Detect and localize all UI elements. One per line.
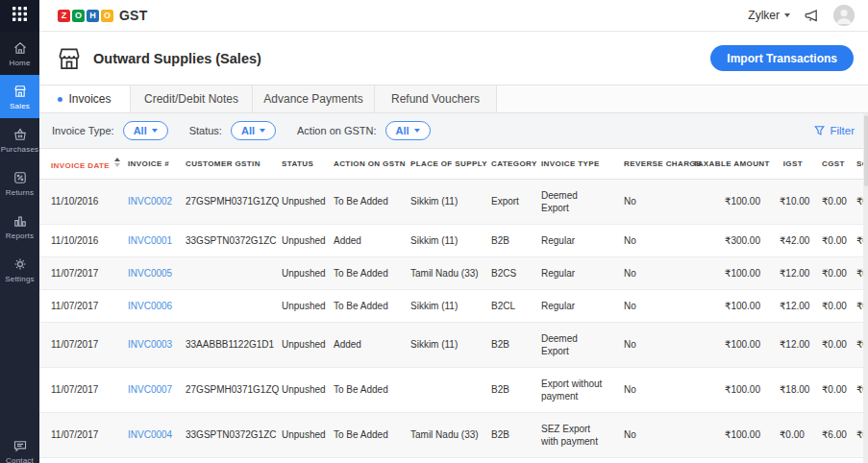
cell-invoice_no[interactable]: INVC0004 xyxy=(116,412,174,457)
cell-status: Unpushed xyxy=(270,256,322,289)
column-header-invoice_date[interactable]: INVOICE DATE xyxy=(39,149,116,179)
tab-invoices[interactable]: Invoices xyxy=(39,85,131,112)
column-header-action_on_gstn[interactable]: ACTION ON GSTN xyxy=(322,149,399,179)
invoice-row[interactable]: 11/07/2017INVC000727GSPMH0371G1ZQUnpushe… xyxy=(39,367,868,412)
cell-place_of_supply: Tamil Nadu (33) xyxy=(399,412,480,457)
cell-invoice_no[interactable]: INVC0005 xyxy=(116,256,174,289)
cell-cgst: ₹0.00 xyxy=(810,289,851,322)
scrollbar-thumb[interactable] xyxy=(864,115,868,186)
invoice-row[interactable]: 11/07/2017INVC000433GSPTN0372G1ZCUnpushe… xyxy=(39,412,868,457)
cell-place_of_supply: Sikkim (11) xyxy=(399,224,480,256)
cell-status: Unpushed xyxy=(270,224,322,256)
import-transactions-button[interactable]: Import Transactions xyxy=(710,45,854,71)
chevron-down-icon xyxy=(260,129,265,133)
cell-taxable_amount: ₹100.00 xyxy=(682,412,768,457)
invoice-row[interactable]: 11/07/2017INVC000333AABBB1122G1D1Unpushe… xyxy=(39,322,868,367)
sidebar-item-contact[interactable]: Contact xyxy=(0,430,39,463)
logo-tile: H xyxy=(87,10,99,22)
cell-place_of_supply: Sikkim (11) xyxy=(399,322,480,367)
cell-invoice_no[interactable]: INVC0007 xyxy=(116,367,174,412)
cell-taxable_amount: ₹100.00 xyxy=(682,256,768,289)
column-header-cgst[interactable]: CGST xyxy=(810,149,851,179)
logo-tile: Z xyxy=(58,10,70,22)
cell-taxable_amount: ₹100.00 xyxy=(682,367,768,412)
invoice-row[interactable]: 11/10/2016INVC000133GSPTN0372G1ZCUnpushe… xyxy=(39,224,868,256)
cell-invoice_type: Deemed Export xyxy=(530,322,612,367)
sidebar-item-sales[interactable]: Sales xyxy=(0,75,39,118)
cell-cgst: ₹0.00 xyxy=(810,367,851,412)
table-header-row: INVOICE DATEINVOICE #CUSTOMER GSTINSTATU… xyxy=(39,149,868,179)
cell-customer_gstin: 33AABBB1122G1D1 xyxy=(174,322,270,367)
invoice-row[interactable]: 11/07/2017INVC0006UnpushedTo Be AddedSik… xyxy=(39,289,868,322)
cell-place_of_supply: Tamil Nadu (33) xyxy=(399,256,480,289)
org-selector[interactable]: Zylker xyxy=(748,9,790,22)
app-grid-button[interactable] xyxy=(0,0,39,32)
zoho-gst-app: Home Sales Purchases Returns xyxy=(0,0,868,463)
cell-invoice_no[interactable]: INVC0001 xyxy=(116,224,174,256)
main-content: Z O H O GST Zylker xyxy=(39,0,868,463)
column-header-status[interactable]: STATUS xyxy=(270,149,322,179)
cell-status: Unpushed xyxy=(270,412,322,457)
cell-customer_gstin: 27GSPMH0371G1ZQ xyxy=(174,367,270,412)
invoice-type-dropdown[interactable]: All xyxy=(123,121,168,140)
column-header-reverse_charge[interactable]: REVERSE CHARGE xyxy=(612,149,682,179)
storefront-icon xyxy=(55,46,84,71)
cell-invoice_date: 11/10/2016 xyxy=(39,179,116,224)
cell-action_on_gstn: To Be Added xyxy=(322,256,399,289)
user-avatar[interactable] xyxy=(833,5,855,26)
filter-label: Invoice Type: xyxy=(52,125,114,136)
person-icon xyxy=(833,5,855,26)
logo-tile: O xyxy=(101,10,113,22)
page-header: Outward Supplies (Sales) Import Transact… xyxy=(39,32,868,85)
sidebar-item-purchases[interactable]: Purchases xyxy=(0,118,39,161)
cell-status: Unpushed xyxy=(270,322,322,367)
cell-cgst: ₹0.00 xyxy=(810,224,851,256)
cell-place_of_supply xyxy=(399,367,480,412)
column-header-customer_gstin[interactable]: CUSTOMER GSTIN xyxy=(174,149,270,179)
column-header-place_of_supply[interactable]: PLACE OF SUPPLY xyxy=(399,149,480,179)
tab-label: Advance Payments xyxy=(263,92,362,106)
column-header-igst[interactable]: IGST xyxy=(768,149,810,179)
chevron-down-icon xyxy=(152,129,158,133)
cell-igst: ₹42.00 xyxy=(768,224,810,256)
cell-customer_gstin xyxy=(174,256,270,289)
tab-credit-debit-notes[interactable]: Credit/Debit Notes xyxy=(131,85,253,112)
status-dropdown[interactable]: All xyxy=(231,121,276,140)
basket-icon xyxy=(12,127,28,142)
cell-invoice_no[interactable]: INVC0006 xyxy=(116,289,174,322)
column-header-taxable_amount[interactable]: TAXABLE AMOUNT xyxy=(682,149,768,179)
sidebar-item-settings[interactable]: Settings xyxy=(0,248,39,291)
cell-reverse_charge: No xyxy=(612,179,682,224)
sidebar-item-reports[interactable]: Reports xyxy=(0,205,39,248)
column-header-invoice_no[interactable]: INVOICE # xyxy=(116,149,174,179)
megaphone-icon xyxy=(804,8,820,24)
action-on-gstn-dropdown[interactable]: All xyxy=(385,121,431,140)
announcements-button[interactable] xyxy=(804,8,820,24)
cell-cgst: ₹6.00 xyxy=(810,412,851,457)
top-bar: Z O H O GST Zylker xyxy=(39,0,868,32)
chevron-down-icon xyxy=(414,129,420,133)
tab-refund-vouchers[interactable]: Refund Vouchers xyxy=(375,85,497,112)
cell-reverse_charge: No xyxy=(612,224,682,256)
cell-category: B2CL xyxy=(480,289,530,322)
chevron-down-icon xyxy=(784,13,790,17)
invoice-row[interactable]: 11/07/2017INVC0005UnpushedTo Be AddedTam… xyxy=(39,256,868,289)
column-header-invoice_type[interactable]: INVOICE TYPE xyxy=(530,149,612,179)
sidebar-item-label: Settings xyxy=(5,275,35,283)
tab-advance-payments[interactable]: Advance Payments xyxy=(253,85,375,112)
cell-action_on_gstn: To Be Added xyxy=(322,412,399,457)
cell-reverse_charge: No xyxy=(612,322,682,367)
cell-invoice_no[interactable]: INVC0002 xyxy=(116,179,174,224)
cell-invoice_type: Export without payment xyxy=(530,367,612,412)
cell-cgst: ₹0.00 xyxy=(810,256,851,289)
sidebar-item-home[interactable]: Home xyxy=(0,32,39,75)
invoice-row[interactable]: 11/10/2016INVC000227GSPMH0371G1ZQUnpushe… xyxy=(39,179,868,224)
cell-category: B2B xyxy=(480,224,530,256)
sidebar-item-returns[interactable]: Returns xyxy=(0,161,39,205)
dropdown-value: All xyxy=(241,125,255,136)
cell-invoice_date: 11/07/2017 xyxy=(39,322,116,367)
cell-invoice_no[interactable]: INVC0003 xyxy=(116,322,174,367)
vertical-scrollbar[interactable] xyxy=(863,113,868,463)
filter-button[interactable]: Filter xyxy=(814,125,855,136)
funnel-icon xyxy=(814,125,825,136)
